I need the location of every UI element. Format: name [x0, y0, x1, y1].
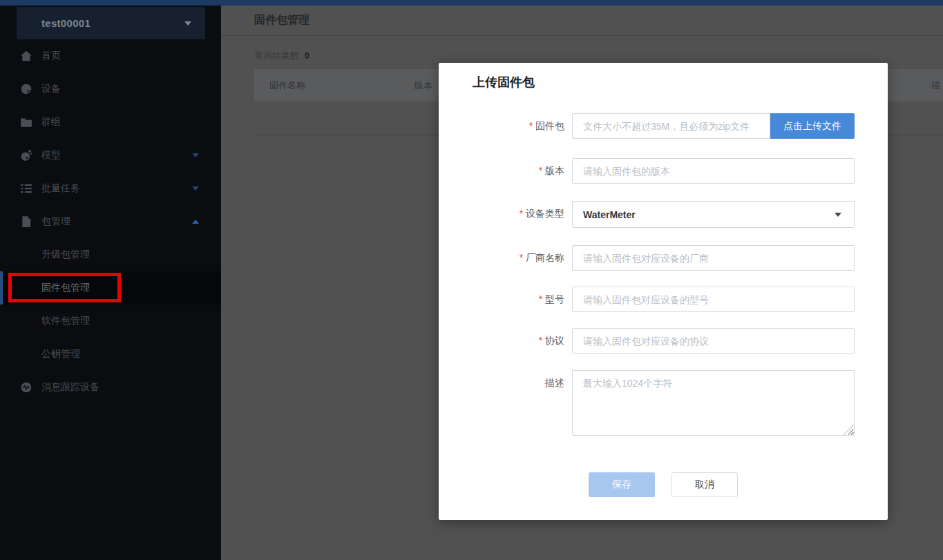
column-header-firmware-name: 固件名称	[269, 69, 305, 102]
manufacturer-input[interactable]	[572, 245, 855, 271]
upload-group: 点击上传文件	[572, 113, 855, 139]
field-label: 型号	[439, 287, 564, 312]
field-label: 协议	[439, 328, 564, 354]
sidebar-item-label: 群组	[41, 116, 61, 128]
field-control	[572, 287, 855, 312]
sidebar-item-label: 公钥管理	[41, 348, 80, 360]
column-header-version: 版本	[415, 69, 432, 102]
protocol-input[interactable]	[572, 328, 855, 354]
sidebar-item-devices[interactable]: 设备	[0, 73, 221, 106]
device-type-value: WaterMeter	[583, 209, 636, 220]
home-icon	[20, 50, 32, 62]
column-header-description-clipped: 描	[931, 69, 940, 102]
sidebar-item-label: 固件包管理	[41, 282, 90, 294]
form-row-version: 版本	[439, 158, 888, 184]
batch-task-icon	[20, 182, 32, 195]
sidebar-item-software-pkg[interactable]: 软件包管理	[0, 305, 221, 338]
modal-actions: 保存 取消	[439, 472, 888, 497]
message-trace-icon	[20, 381, 32, 394]
page-title: 固件包管理	[254, 13, 309, 28]
field-control	[572, 245, 855, 271]
sidebar-item-package-mgmt[interactable]: 包管理	[0, 205, 221, 238]
sidebar-nav: 首页 设备 群组 模型 批量任务	[0, 39, 221, 404]
save-button[interactable]: 保存	[589, 472, 655, 497]
sidebar-item-groups[interactable]: 群组	[0, 106, 221, 139]
sidebar-item-public-key[interactable]: 公钥管理	[0, 338, 221, 371]
firmware-file-input[interactable]	[572, 113, 770, 139]
sidebar-item-batch-tasks[interactable]: 批量任务	[0, 172, 221, 205]
field-control: WaterMeter	[572, 201, 855, 228]
form-row-model: 型号	[439, 287, 888, 312]
chevron-down-icon	[184, 21, 191, 26]
device-type-select[interactable]: WaterMeter	[572, 201, 855, 228]
description-textarea[interactable]	[572, 370, 855, 436]
sidebar-item-upgrade-pkg[interactable]: 升级包管理	[0, 238, 221, 271]
upload-firmware-modal: 上传固件包 固件包 点击上传文件 版本 设备类型 WaterMeter 厂商名称…	[439, 63, 888, 520]
sidebar: test00001 首页 设备 群组 模型	[0, 6, 221, 560]
chevron-down-icon	[192, 186, 199, 191]
sidebar-item-message-trace[interactable]: 消息跟踪设备	[0, 371, 221, 404]
modal-title: 上传固件包	[473, 74, 535, 90]
tenant-selector[interactable]: test00001	[17, 7, 205, 39]
sidebar-item-label: 批量任务	[41, 182, 80, 195]
sidebar-item-label: 升级包管理	[41, 249, 90, 261]
field-label: 版本	[439, 158, 564, 184]
device-icon	[20, 83, 32, 95]
field-control	[572, 328, 855, 354]
version-input[interactable]	[572, 158, 855, 184]
field-control	[572, 158, 855, 184]
sidebar-item-label: 软件包管理	[41, 315, 90, 327]
model-icon	[20, 149, 32, 162]
chevron-down-icon	[835, 213, 841, 217]
sidebar-item-label: 消息跟踪设备	[41, 381, 99, 394]
result-count-label: 查询结果数:	[254, 50, 302, 61]
sidebar-item-label: 设备	[41, 83, 61, 95]
cancel-button[interactable]: 取消	[671, 472, 738, 497]
tenant-name: test00001	[41, 17, 91, 29]
form-row-firmware-package: 固件包 点击上传文件	[439, 113, 888, 139]
field-label: 厂商名称	[439, 245, 564, 271]
form-row-manufacturer: 厂商名称	[439, 245, 888, 271]
top-app-bar	[0, 0, 943, 6]
field-label: 描述	[439, 370, 564, 396]
sidebar-item-home[interactable]: 首页	[0, 39, 221, 73]
sidebar-item-models[interactable]: 模型	[0, 139, 221, 172]
field-label: 设备类型	[439, 201, 564, 226]
sidebar-item-label: 包管理	[41, 215, 70, 228]
sidebar-item-label: 首页	[41, 50, 61, 62]
upload-file-button[interactable]: 点击上传文件	[770, 113, 855, 139]
group-folder-icon	[20, 116, 32, 128]
form-row-protocol: 协议	[439, 328, 888, 354]
sidebar-item-label: 模型	[41, 149, 61, 162]
field-label: 固件包	[439, 113, 564, 139]
result-count-value: 0	[305, 50, 309, 61]
sidebar-item-firmware-pkg[interactable]: 固件包管理	[0, 271, 221, 305]
form-row-description: 描述	[439, 370, 888, 436]
result-count: 查询结果数:0	[254, 50, 309, 62]
form-row-device-type: 设备类型 WaterMeter	[439, 201, 888, 226]
page-header: 固件包管理	[221, 6, 943, 36]
chevron-down-icon	[192, 153, 199, 157]
package-icon	[20, 215, 32, 228]
field-control	[572, 370, 855, 438]
model-input[interactable]	[572, 287, 855, 312]
chevron-up-icon	[192, 220, 199, 224]
